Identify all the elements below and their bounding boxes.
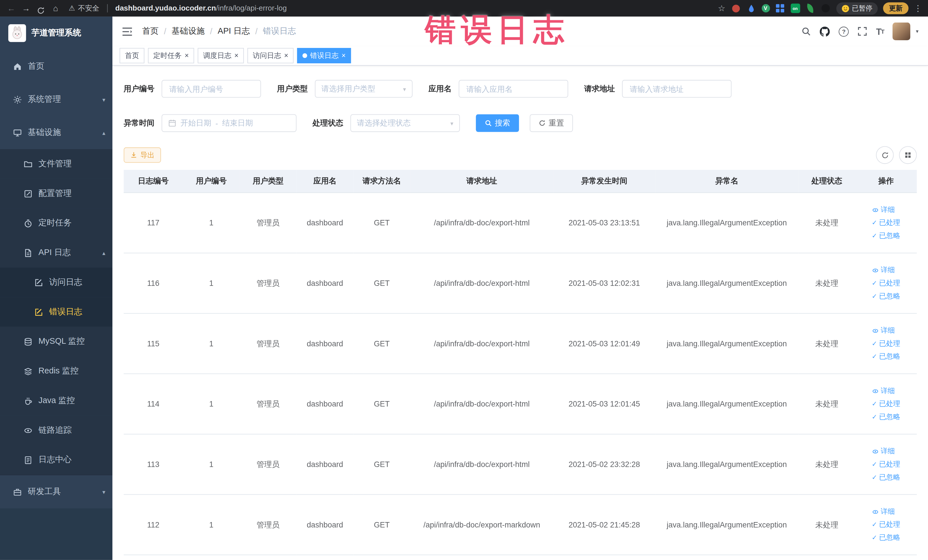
close-icon[interactable]: × bbox=[284, 52, 288, 60]
security-indicator[interactable]: ⚠ 不安全 bbox=[69, 3, 99, 13]
user-id-input[interactable] bbox=[168, 84, 255, 94]
sidebar-item-home[interactable]: 首页 bbox=[0, 50, 112, 83]
sidebar-item-access-logs[interactable]: 访问日志 bbox=[0, 268, 112, 297]
caret-down-icon[interactable]: ▾ bbox=[916, 29, 919, 35]
chevron-down-icon: ▾ bbox=[403, 85, 406, 92]
mark-ignored-link[interactable]: ✓已忽略 bbox=[872, 533, 901, 543]
tab-schedule-logs[interactable]: 调度日志 × bbox=[198, 48, 244, 63]
check-icon: ✓ bbox=[872, 353, 877, 360]
address-bar[interactable]: dashboard.yudao.iocoder.cn/infra/log/api… bbox=[115, 4, 287, 12]
sidebar-item-api-logs[interactable]: API 日志 ▴ bbox=[0, 238, 112, 268]
forward-icon[interactable]: → bbox=[21, 0, 31, 17]
sidebar-item-error-logs[interactable]: 错误日志 bbox=[0, 297, 112, 327]
sidebar-item-redis-monitor[interactable]: Redis 监控 bbox=[0, 356, 112, 386]
sidebar-item-trace[interactable]: 链路追踪 bbox=[0, 415, 112, 445]
column-settings-button[interactable] bbox=[899, 146, 917, 164]
app-name-input[interactable] bbox=[465, 84, 562, 94]
github-icon[interactable] bbox=[820, 26, 830, 36]
detail-link[interactable]: 详细 bbox=[872, 507, 895, 517]
mark-processed-link[interactable]: ✓已处理 bbox=[872, 520, 901, 530]
date-range-picker[interactable]: 开始日期 - 结束日期 bbox=[162, 114, 296, 132]
close-icon[interactable]: × bbox=[342, 52, 346, 60]
detail-link[interactable]: 详细 bbox=[872, 386, 895, 396]
mark-ignored-link[interactable]: ✓已忽略 bbox=[872, 231, 901, 241]
sidebar-item-system-mgmt[interactable]: 系统管理 ▾ bbox=[0, 83, 112, 116]
mark-ignored-link[interactable]: ✓已忽略 bbox=[872, 291, 901, 301]
green-v-extension-icon[interactable]: V bbox=[762, 4, 770, 12]
sidebar-item-log-center[interactable]: 日志中心 bbox=[0, 445, 112, 475]
tab-scheduled-tasks[interactable]: 定时任务 × bbox=[148, 48, 194, 63]
search-button[interactable]: 搜索 bbox=[476, 114, 519, 132]
chrome-menu-icon[interactable]: ⋮ bbox=[914, 3, 922, 13]
column-header: 异常名 bbox=[655, 170, 798, 192]
table-row: 113 1 管理员 dashboard GET /api/infra/db-do… bbox=[124, 434, 917, 495]
mark-processed-link[interactable]: ✓已处理 bbox=[872, 218, 901, 227]
detail-link[interactable]: 详细 bbox=[872, 446, 895, 456]
sidebar-toggle[interactable] bbox=[122, 27, 132, 36]
coffee-cup-icon bbox=[24, 396, 32, 405]
cell-user-type: 管理员 bbox=[240, 192, 296, 253]
font-size-icon[interactable]: TT bbox=[876, 26, 884, 36]
tab-error-logs[interactable]: 错误日志 × bbox=[297, 48, 351, 63]
tab-access-logs[interactable]: 访问日志 × bbox=[247, 48, 293, 63]
export-button[interactable]: 导出 bbox=[124, 148, 161, 163]
update-button[interactable]: 更新 bbox=[883, 2, 908, 14]
sidebar-item-mysql-monitor[interactable]: MySQL 监控 bbox=[0, 327, 112, 356]
home-icon[interactable]: ⌂ bbox=[50, 0, 61, 17]
on-badge-extension-icon[interactable]: on bbox=[791, 3, 800, 13]
sidebar-item-scheduled-tasks[interactable]: 定时任务 bbox=[0, 208, 112, 238]
back-icon[interactable]: ← bbox=[6, 0, 17, 17]
cell-status: 未处理 bbox=[798, 253, 855, 314]
sidebar-item-java-monitor[interactable]: Java 监控 bbox=[0, 386, 112, 416]
check-icon: ✓ bbox=[872, 461, 877, 468]
breadcrumb-item[interactable]: 首页 bbox=[142, 26, 159, 37]
process-status-select[interactable]: 请选择处理状态 ▾ bbox=[350, 114, 460, 132]
sidebar-item-config-mgmt[interactable]: 配置管理 bbox=[0, 179, 112, 209]
detail-link[interactable]: 详细 bbox=[872, 265, 895, 275]
app-logo[interactable]: 芋道管理系统 bbox=[0, 17, 112, 50]
sidebar-item-file-mgmt[interactable]: 文件管理 bbox=[0, 149, 112, 179]
tab-home[interactable]: 首页 bbox=[119, 48, 144, 63]
eye-icon bbox=[872, 206, 879, 214]
cell-user-type: 管理员 bbox=[240, 374, 296, 434]
sidebar-item-label: Java 监控 bbox=[38, 395, 75, 406]
sidebar-item-label: Redis 监控 bbox=[38, 366, 78, 376]
mark-ignored-link[interactable]: ✓已忽略 bbox=[872, 412, 901, 422]
mark-processed-link[interactable]: ✓已处理 bbox=[872, 399, 901, 409]
bookmark-star-icon[interactable]: ☆ bbox=[718, 3, 725, 13]
mark-ignored-link[interactable]: ✓已忽略 bbox=[872, 351, 901, 362]
blue-drop-extension-icon[interactable] bbox=[746, 3, 756, 13]
mark-processed-link[interactable]: ✓已处理 bbox=[872, 278, 901, 288]
refresh-icon[interactable] bbox=[35, 2, 46, 15]
profile-paused-badge[interactable]: 已暂停 bbox=[836, 2, 878, 15]
cell-time: 2021-05-03 23:13:51 bbox=[553, 192, 655, 253]
refresh-table-button[interactable] bbox=[876, 146, 894, 164]
request-url-input[interactable] bbox=[629, 84, 725, 94]
detail-link[interactable]: 详细 bbox=[872, 325, 895, 336]
cell-time: 2021-05-02 23:32:28 bbox=[553, 434, 655, 495]
dark-paw-extension-icon[interactable] bbox=[821, 3, 831, 13]
user-avatar[interactable] bbox=[893, 23, 911, 40]
sidebar-item-dev-tools[interactable]: 研发工具 ▾ bbox=[0, 475, 112, 508]
sidebar-item-infrastructure[interactable]: 基础设施 ▴ bbox=[0, 116, 112, 149]
user-type-select[interactable]: 请选择用户类型 ▾ bbox=[315, 80, 412, 98]
cell-log-id: 117 bbox=[124, 192, 183, 253]
breadcrumb-item[interactable]: 基础设施 bbox=[171, 26, 205, 37]
mark-processed-link[interactable]: ✓已处理 bbox=[872, 459, 901, 469]
user-id-label: 用户编号 bbox=[124, 84, 155, 94]
reset-button[interactable]: 重置 bbox=[530, 114, 573, 132]
close-icon[interactable]: × bbox=[235, 52, 239, 60]
blue-grid-extension-icon[interactable] bbox=[775, 3, 785, 13]
red-circle-extension-icon[interactable] bbox=[731, 3, 740, 13]
search-icon[interactable] bbox=[801, 26, 811, 36]
detail-link[interactable]: 详细 bbox=[872, 205, 895, 215]
mark-processed-link[interactable]: ✓已处理 bbox=[872, 339, 901, 349]
green-leaf-extension-icon[interactable] bbox=[805, 3, 815, 13]
mark-ignored-link[interactable]: ✓已忽略 bbox=[872, 472, 901, 482]
infrastructure-submenu: 文件管理 配置管理 定时任务 API 日志 ▴ bbox=[0, 149, 112, 475]
column-header: 日志编号 bbox=[124, 170, 183, 192]
close-icon[interactable]: × bbox=[185, 52, 189, 60]
fullscreen-icon[interactable] bbox=[858, 26, 867, 36]
help-icon[interactable]: ? bbox=[839, 26, 849, 36]
breadcrumb-item[interactable]: API 日志 bbox=[218, 26, 250, 37]
